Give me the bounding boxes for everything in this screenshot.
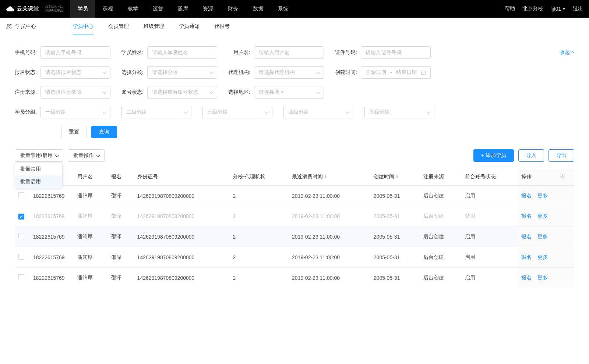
logo-icon [6, 6, 15, 12]
cell-user: 潘筠厚 [74, 226, 107, 247]
table-row: 18222615769 潘筠厚 邵泽 14262919870809200000 … [15, 206, 574, 226]
batch-toggle-button[interactable]: 批量禁用/启用 [15, 149, 63, 162]
th-settings[interactable] [551, 168, 574, 186]
chevron-down-icon [103, 110, 107, 114]
nav-operations[interactable]: 运营 [145, 0, 170, 18]
logout-link[interactable]: 退出 [573, 6, 583, 12]
help-link[interactable]: 帮助 [505, 6, 515, 12]
cell-source: 后台创建 [420, 268, 461, 288]
create-time-range[interactable]: 开始日期 - 结束日期 [361, 66, 431, 79]
cell-last-spend: 2019-02-23 11:00:00 [288, 186, 370, 206]
group3-select[interactable]: 三级分组 [202, 106, 272, 118]
row-checkbox[interactable] [18, 214, 24, 220]
cell-source: 后台创建 [420, 206, 461, 226]
chevron-down-icon [96, 153, 100, 157]
name-input[interactable] [147, 46, 217, 59]
nav-data[interactable]: 数据 [246, 0, 271, 18]
row-more-link[interactable]: 更多 [537, 254, 548, 260]
group4-select[interactable]: 四级分组 [283, 106, 353, 118]
th-idno: 身份证号 [134, 168, 229, 186]
row-enroll-link[interactable]: 报名 [521, 254, 532, 260]
row-more-link[interactable]: 更多 [537, 233, 548, 239]
row-checkbox[interactable] [18, 274, 24, 280]
cell-branch: 2 [229, 186, 288, 206]
sub-nav: 学员中心 学员中心 会员管理 班级管理 学员通知 代报考 [0, 18, 589, 35]
row-checkbox[interactable] [18, 192, 24, 198]
batch-action-button[interactable]: 批量操作 [68, 149, 105, 162]
nav-resources[interactable]: 资源 [195, 0, 221, 18]
search-button[interactable]: 查询 [91, 126, 117, 138]
reset-button[interactable]: 重置 [61, 126, 87, 138]
svg-rect-2 [422, 71, 426, 74]
nav-finance[interactable]: 财务 [221, 0, 246, 18]
cell-actions: 报名 更多 [518, 226, 574, 247]
th-action: 操作 [518, 168, 551, 186]
th-create-time[interactable]: 创建时间▲▼ [370, 168, 420, 186]
row-enroll-link[interactable]: 报名 [521, 275, 532, 281]
create-time-label: 创建时间: [335, 69, 357, 76]
nav-students[interactable]: 学员 [70, 0, 95, 18]
nav-teaching[interactable]: 教学 [120, 0, 145, 18]
tab-class-mgmt[interactable]: 班级管理 [144, 18, 164, 35]
nav-system[interactable]: 系统 [271, 0, 296, 18]
tab-proxy-exam[interactable]: 代报考 [214, 18, 230, 35]
cell-create: 2005-05-31 [370, 268, 420, 288]
cell-phone: 18222615769 [29, 186, 74, 206]
import-button[interactable]: 导入 [518, 149, 544, 162]
add-student-button[interactable]: + 添加学员 [473, 149, 514, 162]
batch-disable-item[interactable]: 批量禁用 [15, 163, 62, 175]
group2-select[interactable]: 二级分组 [121, 106, 191, 118]
svg-point-1 [10, 24, 11, 25]
collapse-toggle[interactable]: 收起 [560, 49, 574, 56]
user-menu[interactable]: lijt01 [550, 6, 565, 12]
row-enroll-link[interactable]: 报名 [521, 233, 532, 239]
nav-questionbank[interactable]: 题库 [170, 0, 195, 18]
branch-label[interactable]: 北京分校 [522, 6, 543, 12]
logo-sub: 教育机构一站 式服务云平台 [42, 5, 63, 12]
username-input[interactable] [254, 46, 324, 59]
svg-point-3 [562, 175, 563, 177]
cell-phone: 18222615769 [29, 268, 74, 288]
cell-enroll: 邵泽 [107, 186, 134, 206]
phone-input[interactable] [40, 46, 110, 59]
agency-select[interactable]: 请选择代理机构 [254, 66, 324, 79]
cell-last-spend: 2019-02-23 11:00:00 [288, 226, 370, 247]
branch-select[interactable]: 请选择分校 [147, 66, 217, 79]
tab-student-center[interactable]: 学员中心 [73, 18, 94, 35]
nav-courses[interactable]: 课程 [95, 0, 120, 18]
reg-source-label: 注册来源: [15, 89, 37, 96]
reg-source-select[interactable]: 请选择注册来源 [40, 86, 110, 99]
tab-member-mgmt[interactable]: 会员管理 [108, 18, 129, 35]
cell-enroll: 邵泽 [107, 268, 134, 288]
account-status-select[interactable]: 请选择前台账号状态 [147, 86, 217, 99]
group1-select[interactable]: 一级分组 [40, 106, 110, 118]
enroll-status-select[interactable]: 请选择报名状态 [40, 66, 110, 79]
name-label: 学员姓名: [121, 49, 144, 56]
cell-idno: 14262919870809200000 [134, 247, 229, 268]
username-label: 用户名: [228, 49, 250, 56]
group5-select[interactable]: 五级分组 [364, 106, 434, 118]
row-enroll-link[interactable]: 报名 [521, 193, 532, 199]
row-checkbox[interactable] [18, 233, 24, 239]
row-enroll-link[interactable]: 报名 [521, 213, 532, 219]
table-row: 18222615769 潘筠厚 邵泽 14262919870809200000 … [15, 247, 574, 268]
logo-text: 云朵课堂 [17, 6, 39, 12]
idno-input[interactable] [361, 46, 431, 59]
batch-enable-item[interactable]: 批量启用 [15, 175, 62, 188]
cell-user: 潘筠厚 [74, 186, 107, 206]
chevron-up-icon [570, 51, 574, 55]
th-account-status: 前台账号状态 [461, 168, 518, 186]
sort-icon: ▲▼ [324, 175, 327, 179]
row-more-link[interactable]: 更多 [537, 213, 548, 219]
th-enroll: 报名 [107, 168, 134, 186]
th-last-spend[interactable]: 最近消费时间▲▼ [288, 168, 370, 186]
export-button[interactable]: 导出 [549, 149, 574, 162]
row-more-link[interactable]: 更多 [537, 193, 548, 199]
region-select[interactable]: 请选择地区 [254, 86, 324, 99]
row-more-link[interactable]: 更多 [537, 275, 548, 281]
tab-student-notify[interactable]: 学员通知 [179, 18, 200, 35]
chevron-down-icon [55, 153, 59, 157]
logo[interactable]: 云朵课堂 教育机构一站 式服务云平台 [6, 5, 63, 12]
gear-icon [560, 174, 565, 179]
row-checkbox[interactable] [18, 254, 24, 260]
